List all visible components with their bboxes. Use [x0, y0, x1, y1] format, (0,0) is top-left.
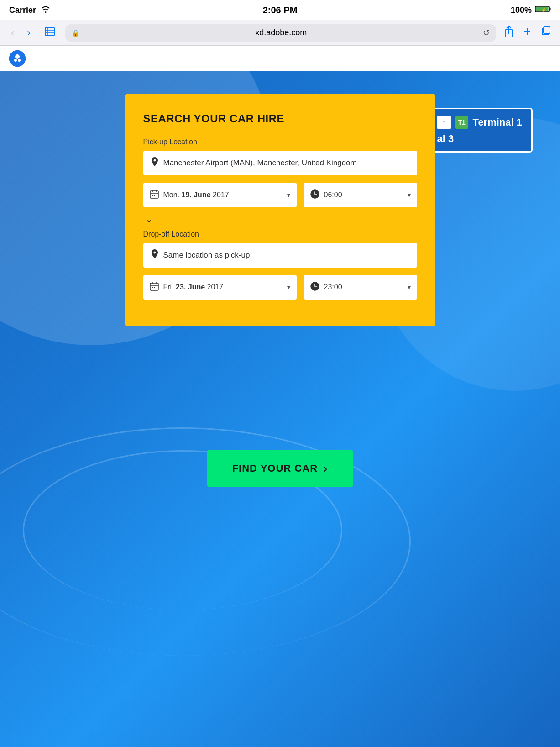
add-tab-button[interactable]: [520, 24, 534, 42]
tabs-button[interactable]: [538, 24, 553, 42]
dropoff-datetime-row: Fri. 23. June 2017 ▾ 23:00 ▾: [143, 275, 417, 300]
pickup-date-select[interactable]: Mon. 19. June 2017 ▾: [143, 183, 297, 207]
carrier-label: Carrier: [9, 5, 36, 15]
dropoff-time-chevron: ▾: [408, 284, 411, 291]
pickup-datetime-row: Mon. 19. June 2017 ▾ 06:00 ▾: [143, 183, 417, 207]
browser-actions: [502, 23, 553, 42]
clock-icon-dropoff: [310, 282, 319, 293]
expand-icon: ⌄: [145, 214, 153, 225]
pickup-time-chevron: ▾: [408, 191, 411, 199]
pickup-location-input[interactable]: Manchester Airport (MAN), Manchester, Un…: [143, 151, 417, 175]
wifi-icon: [41, 5, 51, 15]
refresh-button[interactable]: ↺: [483, 28, 490, 38]
card-title: SEARCH YOUR CAR HIRE: [143, 112, 417, 125]
sign-alt-terminal: al 3: [437, 133, 454, 145]
sign-row-2: al 3: [437, 133, 522, 145]
svg-rect-32: [154, 287, 155, 288]
svg-point-16: [14, 59, 17, 62]
dropoff-time-select[interactable]: 23:00 ▾: [304, 275, 417, 300]
calendar-icon: [150, 189, 159, 200]
dropoff-label: Drop-off Location: [143, 230, 417, 238]
airport-sign: ↑ T1 Terminal 1 al 3: [427, 108, 533, 153]
dropoff-date-chevron: ▾: [287, 284, 290, 291]
pickup-time-value: 06:00: [324, 191, 403, 199]
status-left: Carrier: [9, 5, 51, 15]
svg-text:⚡: ⚡: [541, 7, 547, 12]
logo-bar: [0, 46, 560, 71]
status-bar: Carrier 2:06 PM 100% ⚡: [0, 0, 560, 20]
dropoff-value: Same location as pick-up: [163, 251, 410, 260]
dropoff-time-value: 23:00: [324, 283, 403, 291]
status-time: 2:06 PM: [263, 5, 298, 16]
dropoff-calendar-icon: [150, 282, 159, 293]
svg-point-15: [15, 54, 20, 59]
expand-section[interactable]: ⌄: [143, 211, 417, 230]
pickup-date-value: Mon. 19. June 2017: [163, 191, 283, 199]
svg-rect-23: [154, 195, 155, 196]
find-car-arrow: ›: [323, 461, 328, 476]
pickup-date-chevron: ▾: [287, 191, 290, 199]
url-text: xd.adobe.com: [83, 28, 479, 37]
svg-rect-4: [45, 27, 54, 36]
browser-nav-bar: ‹ › 🔒 xd.adobe.com ↺: [0, 20, 560, 46]
pickup-time-select[interactable]: 06:00 ▾: [304, 183, 417, 207]
back-button[interactable]: ‹: [7, 25, 18, 41]
bookmark-button[interactable]: [40, 24, 60, 42]
forward-button[interactable]: ›: [23, 25, 34, 41]
dropoff-date-value: Fri. 23. June 2017: [163, 283, 283, 291]
battery-icon: ⚡: [535, 5, 551, 15]
search-card: SEARCH YOUR CAR HIRE Pick-up Location Ma…: [125, 94, 435, 326]
battery-percent: 100%: [511, 5, 532, 15]
hero-background: ↑ T1 Terminal 1 al 3 SEARCH YOUR CAR HIR…: [0, 71, 560, 747]
svg-rect-2: [550, 8, 551, 10]
status-right: 100% ⚡: [511, 5, 551, 15]
svg-rect-22: [152, 195, 153, 196]
url-bar[interactable]: 🔒 xd.adobe.com ↺: [65, 24, 496, 42]
pin-icon: [151, 157, 159, 169]
lock-icon: 🔒: [72, 29, 79, 37]
svg-point-17: [18, 59, 21, 62]
svg-rect-31: [152, 287, 153, 288]
sign-row-1: ↑ T1 Terminal 1: [437, 116, 522, 129]
app-logo: [9, 50, 26, 67]
find-car-label: FIND YOUR CAR: [232, 463, 318, 474]
svg-rect-13: [544, 27, 550, 33]
pickup-label: Pick-up Location: [143, 138, 417, 146]
dropoff-date-select[interactable]: Fri. 23. June 2017 ▾: [143, 275, 297, 300]
share-button[interactable]: [502, 23, 516, 42]
dropoff-location-input[interactable]: Same location as pick-up: [143, 243, 417, 268]
sign-arrow-icon: ↑: [437, 116, 451, 129]
pickup-value: Manchester Airport (MAN), Manchester, Un…: [163, 158, 410, 168]
dropoff-pin-icon: [151, 249, 159, 262]
terminal-badge: T1: [455, 116, 468, 129]
sign-terminal-text: Terminal 1: [473, 116, 522, 128]
find-car-button[interactable]: FIND YOUR CAR ›: [207, 450, 353, 487]
clock-icon-pickup: [310, 189, 319, 201]
